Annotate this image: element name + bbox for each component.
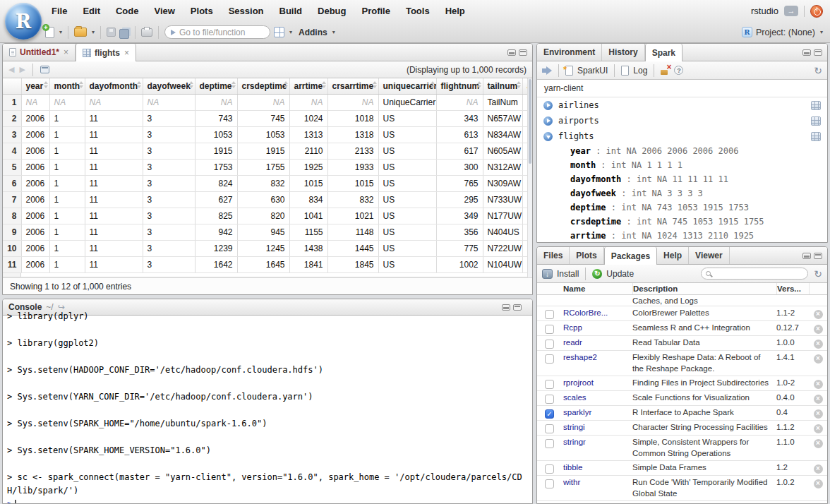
back-icon[interactable] (542, 66, 552, 75)
package-checkbox[interactable] (545, 439, 554, 448)
tab-files[interactable]: Files (537, 247, 570, 264)
sort-arrows-icon[interactable] (477, 81, 481, 88)
package-name-link[interactable]: sparklyr (562, 407, 632, 419)
maximize-pane-icon[interactable] (513, 304, 522, 311)
open-file-icon[interactable] (74, 28, 87, 37)
remove-package-icon[interactable]: × (814, 310, 823, 319)
view-table-icon[interactable] (811, 132, 821, 141)
save-all-icon[interactable] (119, 29, 129, 39)
package-checkbox[interactable] (545, 340, 554, 349)
minimize-pane-icon[interactable] (502, 304, 510, 311)
remove-package-icon[interactable]: × (814, 479, 823, 488)
refresh-icon[interactable]: ↻ (814, 268, 822, 280)
column-header-version[interactable]: Vers... (776, 283, 809, 294)
help-icon[interactable]: ? (674, 66, 683, 75)
column-header-dayofmonth[interactable]: dayofmonth (85, 78, 143, 94)
package-checkbox[interactable] (545, 380, 554, 389)
sort-arrows-icon[interactable] (373, 81, 377, 88)
remove-package-icon[interactable]: × (814, 439, 823, 448)
minimize-pane-icon[interactable] (507, 49, 516, 56)
table-row[interactable]: 22006111374374510241018US343N657AW (3, 110, 528, 126)
package-name-link[interactable]: stringi (562, 422, 632, 433)
package-name-link[interactable]: scales (562, 392, 632, 404)
collapse-icon[interactable] (543, 132, 553, 141)
package-search-input[interactable] (701, 268, 808, 280)
package-checkbox[interactable] (545, 310, 554, 319)
table-row[interactable]: 5200611131753175519251933US300N312AW (3, 159, 528, 175)
pane-layout-icon[interactable] (274, 27, 284, 37)
remove-package-icon[interactable]: × (814, 409, 823, 419)
sort-arrows-icon[interactable] (431, 81, 435, 88)
chevron-down-icon[interactable]: ▾ (92, 29, 95, 35)
package-checkbox[interactable] (545, 464, 554, 474)
menu-item-file[interactable]: File (44, 6, 75, 16)
tab-untitled1[interactable]: Untitled1* × (3, 44, 76, 61)
tab-viewer[interactable]: Viewer (689, 247, 729, 264)
new-file-icon[interactable] (45, 27, 54, 38)
project-selector[interactable]: Project: (None) (756, 28, 815, 37)
back-icon[interactable]: ◀ (8, 65, 14, 74)
save-icon[interactable] (107, 28, 116, 37)
remove-package-icon[interactable]: × (814, 354, 823, 364)
column-header-tailnum[interactable]: tailnum (483, 78, 522, 94)
viewer-scrollbar[interactable] (527, 78, 532, 277)
package-name-link[interactable]: reshape2 (562, 352, 632, 374)
sort-arrows-icon[interactable] (231, 81, 236, 88)
package-checkbox[interactable] (545, 325, 554, 334)
table-row[interactable]: 62006111382483210151015US765N309AW (3, 175, 528, 191)
close-icon[interactable]: × (64, 47, 68, 57)
sort-arrows-icon[interactable] (517, 81, 521, 88)
log-button[interactable]: Log (633, 66, 647, 76)
table-row[interactable]: 1NANANANANANANANAUniqueCarrierNATailNum (3, 94, 528, 110)
remove-package-icon[interactable]: × (814, 340, 823, 349)
sort-arrows-icon[interactable] (79, 81, 83, 88)
column-header-crsdeptime[interactable]: crsdeptime (237, 78, 289, 94)
maximize-pane-icon[interactable] (519, 49, 527, 56)
install-button[interactable]: Install (557, 269, 579, 279)
sort-arrows-icon[interactable] (44, 81, 48, 88)
column-header-description[interactable]: Description (632, 283, 776, 294)
package-checkbox[interactable] (545, 424, 554, 433)
menu-item-debug[interactable]: Debug (310, 6, 354, 16)
sort-arrows-icon[interactable] (137, 81, 141, 88)
remove-package-icon[interactable]: × (814, 325, 823, 334)
column-header-year[interactable]: year (21, 78, 49, 94)
flights-data-grid[interactable]: yearmonthdayofmonthdayofweekdeptimecrsde… (3, 78, 532, 277)
package-checkbox[interactable] (545, 395, 554, 404)
remove-package-icon[interactable]: × (814, 464, 823, 474)
table-row[interactable]: 3200611131053105313131318US613N834AW (3, 126, 528, 143)
spark-table-airports[interactable]: airports (537, 113, 827, 128)
table-row[interactable]: 720061113627630834832US295N733UW (3, 191, 528, 208)
column-header-flightnum[interactable]: flightnum (436, 78, 483, 94)
tab-spark[interactable]: Spark (645, 44, 682, 61)
column-header-month[interactable]: month (49, 78, 85, 94)
menu-item-tools[interactable]: Tools (398, 6, 438, 16)
sort-arrows-icon[interactable] (322, 81, 326, 88)
forward-icon[interactable]: ▶ (19, 65, 25, 74)
package-name-link[interactable]: Rcpp (562, 323, 632, 334)
console-prompt[interactable]: > (7, 498, 528, 504)
sparkui-button[interactable]: SparkUI (577, 66, 608, 76)
column-header-arrtime[interactable]: arrtime (289, 78, 327, 94)
menu-item-plots[interactable]: Plots (183, 6, 221, 16)
table-row[interactable]: 92006111394294511551148US356N404US (3, 224, 528, 240)
menu-item-code[interactable]: Code (108, 6, 147, 16)
package-name-link[interactable]: tibble (562, 462, 632, 474)
chevron-down-icon[interactable]: ▾ (59, 29, 62, 35)
menu-item-build[interactable]: Build (272, 6, 311, 16)
package-name-link[interactable]: withr (562, 477, 632, 499)
disconnect-icon[interactable] (661, 66, 670, 75)
sort-arrows-icon[interactable] (284, 81, 288, 88)
table-row[interactable]: 82006111382582010411021US349N177UW (3, 208, 528, 224)
goto-file-input[interactable]: Go to file/function (164, 25, 270, 39)
logout-icon[interactable]: → (784, 6, 798, 16)
menu-item-profile[interactable]: Profile (354, 6, 397, 16)
table-row[interactable]: 10200611131239124514381445US775N722UW (3, 240, 528, 256)
package-checkbox[interactable] (545, 354, 554, 364)
sort-arrows-icon[interactable] (189, 81, 193, 88)
console-output[interactable]: > library(dplyr) > library(ggplot2) > Sy… (3, 310, 532, 504)
tab-history[interactable]: History (602, 44, 644, 61)
package-name-link[interactable]: readr (562, 337, 632, 349)
tab-plots[interactable]: Plots (570, 247, 603, 264)
table-row[interactable]: 11200611131642164518411845US1002N104UW (3, 256, 528, 272)
